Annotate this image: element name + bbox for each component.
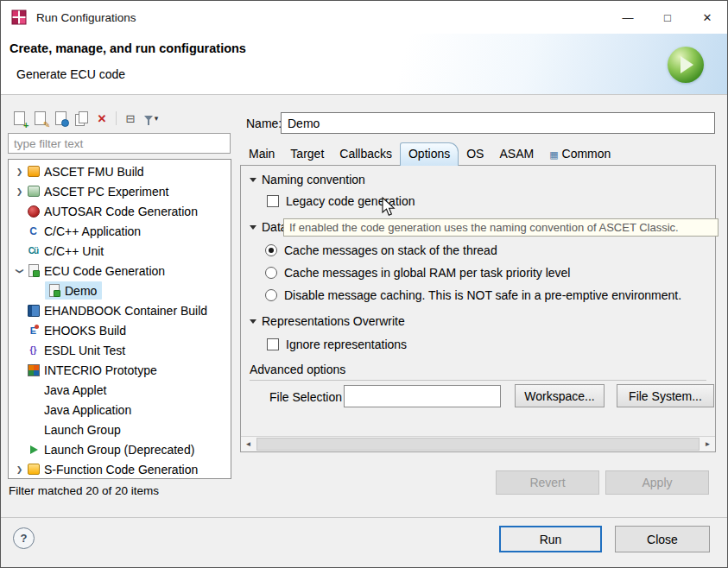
tree-item-ascet-fmu-build[interactable]: ASCET FMU Build xyxy=(9,161,231,181)
maximize-button[interactable]: □ xyxy=(648,1,687,34)
tree-item-label: AUTOSAR Code Generation xyxy=(44,205,198,218)
run-orb-icon xyxy=(668,47,704,83)
tab-main[interactable]: Main xyxy=(241,143,282,165)
tree-item-label: Java Applet xyxy=(44,383,106,397)
tree-item-cpp-unit[interactable]: C/C++ Unit xyxy=(9,241,231,261)
delete-configuration-button[interactable]: ✕ xyxy=(92,109,111,128)
scroll-right-button[interactable]: ► xyxy=(700,437,715,451)
tree-item-demo[interactable]: Demo xyxy=(9,281,231,300)
section-data[interactable]: Data xyxy=(250,220,288,234)
horizontal-scrollbar[interactable]: ◄ ► xyxy=(241,436,715,451)
radio-label: Cache messages on stack of the thread xyxy=(284,243,497,257)
checkbox-icon[interactable] xyxy=(267,195,279,207)
tree-item-cpp-application[interactable]: C/C++ Application xyxy=(9,221,231,241)
tree-item-ecu-code-generation[interactable]: ECU Code Generation xyxy=(9,261,231,281)
checkbox-icon[interactable] xyxy=(267,338,279,350)
radio-icon[interactable] xyxy=(265,289,277,301)
tree-item-label: C/C++ Application xyxy=(44,224,141,238)
tree-item-esdl-unit-test[interactable]: ESDL Unit Test xyxy=(9,340,231,360)
sfunction-icon xyxy=(26,462,41,476)
file-selection-input[interactable] xyxy=(344,385,501,407)
filter-configurations-button[interactable]: ▾ xyxy=(142,109,161,128)
section-representations-overwrite[interactable]: Representations Overwrite xyxy=(250,314,405,328)
tab-target[interactable]: Target xyxy=(282,143,332,165)
ignore-representations-checkbox-row[interactable]: Ignore representations xyxy=(267,338,407,351)
collapse-triangle-icon[interactable] xyxy=(250,319,256,324)
tree-item-ascet-pc-experiment[interactable]: ASCET PC Experiment xyxy=(9,181,231,201)
workspace-button[interactable]: Workspace... xyxy=(515,384,605,407)
header-subtitle: Generate ECU code xyxy=(16,67,125,81)
window-title: Run Configurations xyxy=(36,11,136,24)
run-configurations-dialog: Run Configurations — □ ✕ Create, manage,… xyxy=(0,0,728,568)
tab-os[interactable]: OS xyxy=(459,143,491,165)
ecu-codegen-icon xyxy=(47,283,61,298)
radio-cache-global-ram-row[interactable]: Cache messages in global RAM per task pr… xyxy=(265,266,570,280)
chevron-down-icon[interactable] xyxy=(13,267,26,275)
blank-icon xyxy=(26,402,41,417)
collapse-all-button[interactable]: ⊟ xyxy=(121,109,140,128)
tree-item-label: ASCET PC Experiment xyxy=(44,185,168,199)
tree-item-ehandbook-container-build[interactable]: EHANDBOOK Container Build xyxy=(9,300,231,320)
export-configuration-button[interactable] xyxy=(51,109,70,128)
dialog-header: Create, manage, and run configurations G… xyxy=(1,34,727,95)
c-unit-icon xyxy=(26,243,41,258)
document-export-icon xyxy=(55,111,66,125)
section-naming-convention[interactable]: Naming convention xyxy=(250,173,365,186)
new-configuration-button[interactable] xyxy=(9,109,28,128)
collapse-triangle-icon[interactable] xyxy=(250,178,256,182)
help-button[interactable]: ? xyxy=(13,527,35,549)
tree-item-label: Launch Group xyxy=(44,423,121,437)
ascet-pc-icon xyxy=(26,184,41,199)
tree-item-autosar-code-generation[interactable]: AUTOSAR Code Generation xyxy=(9,201,231,221)
tree-item-s-function-code-generation[interactable]: S-Function Code Generation xyxy=(9,459,231,479)
tab-options[interactable]: Options xyxy=(400,142,459,166)
tree-item-launch-group-deprecated[interactable]: Launch Group (Deprecated) xyxy=(9,439,231,459)
tree-item-ehooks-build[interactable]: EHOOKS Build xyxy=(9,320,231,340)
checkbox-label: Legacy code generation xyxy=(286,194,415,208)
radio-selected-icon[interactable] xyxy=(265,244,277,256)
radio-cache-stack-row[interactable]: Cache messages on stack of the thread xyxy=(265,243,497,257)
advanced-options-group: Advanced options xyxy=(250,363,706,381)
radio-label: Disable message caching. This is NOT saf… xyxy=(284,288,681,302)
tree-item-java-application[interactable]: Java Application xyxy=(9,400,231,420)
run-button[interactable]: Run xyxy=(499,526,602,552)
filter-input[interactable] xyxy=(8,133,231,154)
chevron-right-icon[interactable] xyxy=(13,167,26,176)
name-input[interactable] xyxy=(281,112,715,134)
tab-callbacks[interactable]: Callbacks xyxy=(332,143,400,165)
filesystem-button[interactable]: File System... xyxy=(617,384,714,407)
minimize-button[interactable]: — xyxy=(608,1,648,34)
config-tab-bar: Main Target Callbacks Options OS ASAM Co… xyxy=(241,142,618,165)
autosar-icon xyxy=(26,204,41,218)
tree-item-label: EHOOKS Build xyxy=(44,324,126,338)
document-pencil-icon xyxy=(35,111,46,125)
tree-item-intecrio-prototype[interactable]: INTECRIO Prototype xyxy=(9,360,231,380)
window-controls: — □ ✕ xyxy=(608,1,727,34)
tooltip: If enabled the code generation uses the … xyxy=(283,218,719,237)
close-window-button[interactable]: ✕ xyxy=(687,1,727,34)
file-selection-label: File Selection xyxy=(269,390,342,404)
collapse-triangle-icon[interactable] xyxy=(250,225,256,230)
scroll-thumb[interactable] xyxy=(256,438,700,451)
tree-item-label: ASCET FMU Build xyxy=(44,165,144,179)
toolbar-separator xyxy=(116,111,117,125)
new-prototype-button[interactable] xyxy=(30,109,49,128)
chevron-right-icon[interactable] xyxy=(13,187,26,196)
revert-button[interactable]: Revert xyxy=(496,470,599,495)
chevron-right-icon[interactable] xyxy=(13,465,26,474)
apply-button[interactable]: Apply xyxy=(605,470,709,495)
table-icon xyxy=(549,147,558,161)
radio-icon[interactable] xyxy=(265,267,277,279)
scroll-left-button[interactable]: ◄ xyxy=(241,437,256,451)
duplicate-configuration-button[interactable] xyxy=(72,109,91,128)
tab-asam[interactable]: ASAM xyxy=(491,143,541,165)
play-icon xyxy=(26,442,41,457)
section-label: Naming convention xyxy=(262,173,365,186)
close-button[interactable]: Close xyxy=(615,526,710,552)
blank-icon xyxy=(26,422,41,437)
tree-item-java-applet[interactable]: Java Applet xyxy=(9,380,231,400)
tab-common[interactable]: Common xyxy=(541,143,618,165)
group-separator-line xyxy=(250,380,706,381)
tree-item-launch-group[interactable]: Launch Group xyxy=(9,420,231,439)
radio-disable-caching-row[interactable]: Disable message caching. This is NOT saf… xyxy=(265,288,681,302)
